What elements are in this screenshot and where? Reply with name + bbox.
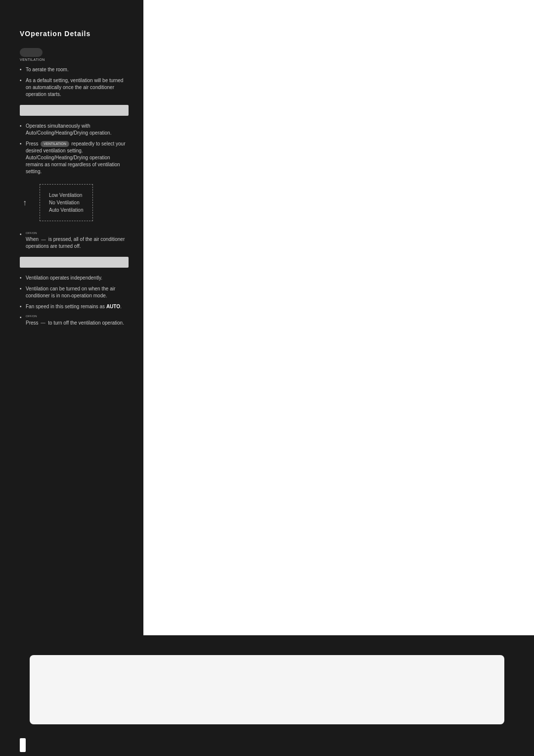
section-bar-1 (20, 105, 129, 116)
offon-button (41, 239, 46, 240)
section3-bullets: Ventilation operates independently. Vent… (20, 275, 129, 326)
page-indicator (20, 738, 26, 752)
offon-note: When (26, 236, 39, 242)
list-item: Operates simultaneously with Auto/Coolin… (20, 123, 129, 137)
section1-bullets: To aerate the room. As a default setting… (20, 66, 129, 98)
ventilation-diagram: ↑ Low Ventilation No Ventilation Auto Ve… (30, 179, 93, 226)
left-panel: VOperation Details VENTILATION To aerate… (0, 0, 143, 635)
section2-bullets: Operates simultaneously with Auto/Coolin… (20, 123, 129, 175)
bottom-box (30, 655, 504, 724)
ventilation-button (20, 48, 43, 57)
diagram-item: No Ventilation (49, 200, 84, 205)
list-item: Fan speed in this setting remains as AUT… (20, 303, 129, 310)
list-item: As a default setting, ventilation will b… (20, 77, 129, 98)
bottom-area (0, 635, 534, 734)
right-panel (143, 0, 534, 635)
list-item: Ventilation operates independently. (20, 275, 129, 282)
offon-bullets: OFF/ON When is pressed, all of the air c… (20, 231, 129, 250)
section-bar-2 (20, 257, 129, 268)
footer-bar (0, 734, 534, 756)
ventilation-section-label: VENTILATION (20, 58, 129, 61)
page-title: VOperation Details (20, 30, 129, 38)
offon-label: OFF/ON (26, 231, 129, 235)
list-item: Ventilation can be turned on when the ai… (20, 285, 129, 299)
offon-label-2: OFF/ON (26, 314, 129, 318)
offon-button-2 (41, 323, 45, 324)
press-suffix: to turn off the ventilation operation. (48, 320, 124, 326)
offon-suffix: is pressed, all of the air conditioner o… (26, 236, 125, 249)
list-item: OFF/ON Press to turn off the ventilation… (20, 314, 129, 326)
arrow-icon: ↑ (23, 198, 27, 207)
press-text-1: repeatedly to select your desired ventil… (26, 141, 125, 174)
ventilation-inline-button: VENTILATION (41, 141, 69, 147)
list-item: Press VENTILATION repeatedly to select y… (20, 141, 129, 175)
diagram-item: Auto Ventilation (49, 207, 84, 213)
list-item: OFF/ON When is pressed, all of the air c… (20, 231, 129, 250)
list-item: To aerate the room. (20, 66, 129, 73)
diagram-item: Low Ventilation (49, 192, 84, 198)
auto-label: AUTO (106, 304, 120, 309)
